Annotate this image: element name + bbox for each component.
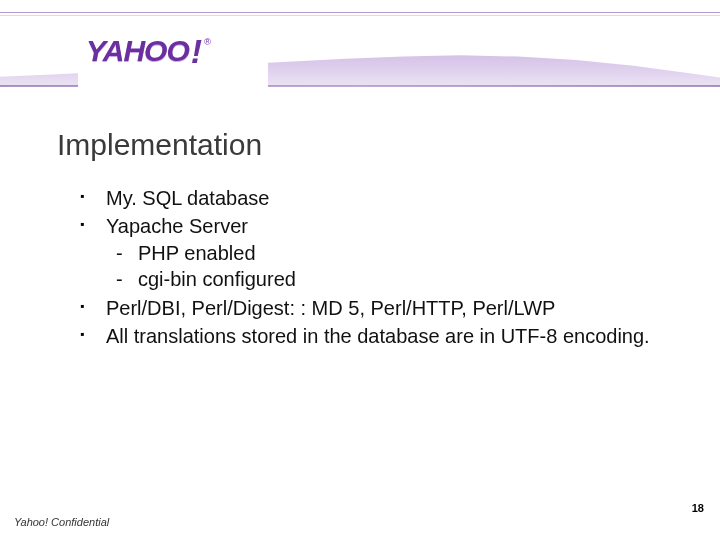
logo-text: YAHOO [86,36,189,66]
slide-body: My. SQL database Yapache Server PHP enab… [80,185,660,351]
sub-list: PHP enabled cgi-bin configured [116,240,660,293]
list-item: My. SQL database [80,185,660,211]
footer-label: Yahoo! Confidential [14,516,109,528]
yahoo-logo-icon: YAHOO ! ® [86,36,210,70]
list-item: cgi-bin configured [116,266,660,292]
slide: YAHOO ! ® Implementation My. SQL databas… [0,0,720,540]
slide-title: Implementation [57,128,262,162]
logo-trademark: ® [204,38,210,47]
bullet-text: Yapache Server [106,215,248,237]
page-number: 18 [692,502,704,514]
bullet-text: All translations stored in the database … [106,325,650,347]
bullet-list: My. SQL database Yapache Server PHP enab… [80,185,660,349]
bullet-text: My. SQL database [106,187,269,209]
list-item: PHP enabled [116,240,660,266]
list-item: Yapache Server PHP enabled cgi-bin confi… [80,213,660,292]
bullet-text: cgi-bin configured [138,268,296,290]
list-item: Perl/DBI, Perl/Digest: : MD 5, Perl/HTTP… [80,295,660,321]
decorative-rule [0,15,720,16]
list-item: All translations stored in the database … [80,323,660,349]
logo-bang: ! [191,34,201,68]
bullet-text: Perl/DBI, Perl/Digest: : MD 5, Perl/HTTP… [106,297,555,319]
logo: YAHOO ! ® [78,30,268,90]
decorative-rule [0,12,720,13]
bullet-text: PHP enabled [138,242,256,264]
